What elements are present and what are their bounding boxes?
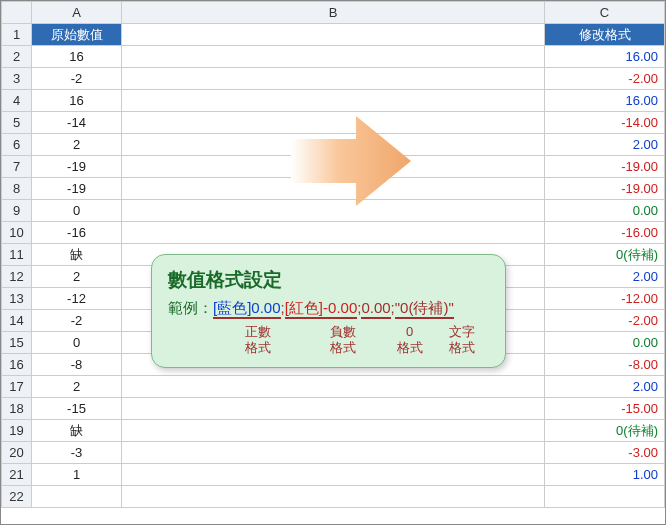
cell-b[interactable] bbox=[122, 222, 545, 244]
cell-a[interactable]: 0 bbox=[32, 200, 122, 222]
cell-c[interactable]: -16.00 bbox=[545, 222, 665, 244]
cell-c[interactable]: 16.00 bbox=[545, 90, 665, 112]
table-row: 20-3-3.00 bbox=[2, 442, 665, 464]
cell-a[interactable]: 原始數值 bbox=[32, 24, 122, 46]
row-header[interactable]: 11 bbox=[2, 244, 32, 266]
format-info-box: 數值格式設定 範例：[藍色]0.00;[紅色]-0.00;0.00;"0(待補)… bbox=[151, 254, 506, 368]
cell-c[interactable]: 1.00 bbox=[545, 464, 665, 486]
cell-a[interactable]: 16 bbox=[32, 90, 122, 112]
row-header[interactable]: 12 bbox=[2, 266, 32, 288]
example-label: 範例： bbox=[168, 299, 213, 316]
cell-c[interactable]: 0.00 bbox=[545, 200, 665, 222]
table-row: 2111.00 bbox=[2, 464, 665, 486]
cell-a[interactable]: 16 bbox=[32, 46, 122, 68]
cell-b[interactable] bbox=[122, 200, 545, 222]
row-header[interactable]: 5 bbox=[2, 112, 32, 134]
cell-a[interactable]: -2 bbox=[32, 68, 122, 90]
row-header[interactable]: 3 bbox=[2, 68, 32, 90]
cell-b[interactable] bbox=[122, 420, 545, 442]
cell-c[interactable]: -15.00 bbox=[545, 398, 665, 420]
cell-a[interactable]: -2 bbox=[32, 310, 122, 332]
cell-c[interactable]: 0.00 bbox=[545, 332, 665, 354]
cell-a[interactable]: -8 bbox=[32, 354, 122, 376]
row-header[interactable]: 7 bbox=[2, 156, 32, 178]
cell-b[interactable] bbox=[122, 24, 545, 46]
row-header[interactable]: 20 bbox=[2, 442, 32, 464]
row-header[interactable]: 1 bbox=[2, 24, 32, 46]
table-row: 10-16-16.00 bbox=[2, 222, 665, 244]
corner-cell[interactable] bbox=[2, 2, 32, 24]
cell-a[interactable]: 2 bbox=[32, 266, 122, 288]
cell-c[interactable]: 16.00 bbox=[545, 46, 665, 68]
cell-a[interactable]: 2 bbox=[32, 376, 122, 398]
table-row: 5-14-14.00 bbox=[2, 112, 665, 134]
cell-c[interactable]: 2.00 bbox=[545, 134, 665, 156]
row-header[interactable]: 6 bbox=[2, 134, 32, 156]
legend-negative: 負數格式 bbox=[300, 324, 384, 357]
row-header[interactable]: 13 bbox=[2, 288, 32, 310]
legend-positive: 正數格式 bbox=[216, 324, 300, 357]
cell-b[interactable] bbox=[122, 134, 545, 156]
cell-c[interactable]: -19.00 bbox=[545, 156, 665, 178]
cell-a[interactable]: 缺 bbox=[32, 420, 122, 442]
row-header[interactable]: 9 bbox=[2, 200, 32, 222]
col-header-c[interactable]: C bbox=[545, 2, 665, 24]
cell-a[interactable]: 2 bbox=[32, 134, 122, 156]
row-header[interactable]: 15 bbox=[2, 332, 32, 354]
cell-b[interactable] bbox=[122, 90, 545, 112]
cell-c[interactable]: 2.00 bbox=[545, 376, 665, 398]
table-row: 7-19-19.00 bbox=[2, 156, 665, 178]
cell-a[interactable] bbox=[32, 486, 122, 508]
table-row: 22 bbox=[2, 486, 665, 508]
cell-b[interactable] bbox=[122, 178, 545, 200]
row-header[interactable]: 18 bbox=[2, 398, 32, 420]
table-row: 19缺0(待補) bbox=[2, 420, 665, 442]
cell-a[interactable]: 1 bbox=[32, 464, 122, 486]
cell-b[interactable] bbox=[122, 156, 545, 178]
cell-a[interactable]: -15 bbox=[32, 398, 122, 420]
row-header[interactable]: 19 bbox=[2, 420, 32, 442]
cell-c[interactable]: 修改格式 bbox=[545, 24, 665, 46]
cell-a[interactable]: 0 bbox=[32, 332, 122, 354]
cell-a[interactable]: -19 bbox=[32, 178, 122, 200]
cell-c[interactable]: 2.00 bbox=[545, 266, 665, 288]
cell-b[interactable] bbox=[122, 464, 545, 486]
cell-b[interactable] bbox=[122, 46, 545, 68]
cell-c[interactable]: 0(待補) bbox=[545, 244, 665, 266]
cell-a[interactable]: 缺 bbox=[32, 244, 122, 266]
cell-c[interactable]: -8.00 bbox=[545, 354, 665, 376]
row-header[interactable]: 10 bbox=[2, 222, 32, 244]
cell-c[interactable]: 0(待補) bbox=[545, 420, 665, 442]
cell-c[interactable] bbox=[545, 486, 665, 508]
segment-positive: [藍色]0.00 bbox=[213, 299, 281, 319]
cell-a[interactable]: -14 bbox=[32, 112, 122, 134]
cell-c[interactable]: -3.00 bbox=[545, 442, 665, 464]
row-header[interactable]: 4 bbox=[2, 90, 32, 112]
cell-b[interactable] bbox=[122, 112, 545, 134]
row-header[interactable]: 22 bbox=[2, 486, 32, 508]
row-header[interactable]: 14 bbox=[2, 310, 32, 332]
cell-c[interactable]: -12.00 bbox=[545, 288, 665, 310]
table-row: 21616.00 bbox=[2, 46, 665, 68]
cell-a[interactable]: -12 bbox=[32, 288, 122, 310]
row-header[interactable]: 16 bbox=[2, 354, 32, 376]
row-header[interactable]: 21 bbox=[2, 464, 32, 486]
cell-b[interactable] bbox=[122, 486, 545, 508]
row-header[interactable]: 17 bbox=[2, 376, 32, 398]
row-header[interactable]: 2 bbox=[2, 46, 32, 68]
cell-b[interactable] bbox=[122, 376, 545, 398]
cell-b[interactable] bbox=[122, 398, 545, 420]
col-header-a[interactable]: A bbox=[32, 2, 122, 24]
table-row: 3-2-2.00 bbox=[2, 68, 665, 90]
row-header[interactable]: 8 bbox=[2, 178, 32, 200]
cell-c[interactable]: -14.00 bbox=[545, 112, 665, 134]
cell-c[interactable]: -2.00 bbox=[545, 310, 665, 332]
cell-c[interactable]: -2.00 bbox=[545, 68, 665, 90]
cell-a[interactable]: -3 bbox=[32, 442, 122, 464]
col-header-b[interactable]: B bbox=[122, 2, 545, 24]
cell-a[interactable]: -16 bbox=[32, 222, 122, 244]
cell-b[interactable] bbox=[122, 442, 545, 464]
cell-b[interactable] bbox=[122, 68, 545, 90]
cell-a[interactable]: -19 bbox=[32, 156, 122, 178]
cell-c[interactable]: -19.00 bbox=[545, 178, 665, 200]
